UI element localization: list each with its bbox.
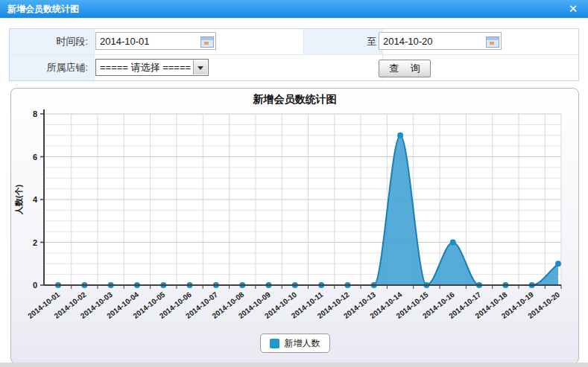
to-label: 至 xyxy=(304,29,382,54)
shop-select-value: ===== 请选择 ===== xyxy=(100,60,191,75)
svg-text:8: 8 xyxy=(33,109,37,118)
query-button[interactable]: 查 询 xyxy=(379,60,431,77)
dialog-header: 新增会员数统计图 ✕ xyxy=(0,0,588,19)
dropdown-arrow-button[interactable] xyxy=(193,60,207,74)
row-divider xyxy=(10,54,578,55)
legend-swatch-icon xyxy=(270,339,279,348)
svg-text:人数(个): 人数(个) xyxy=(14,185,24,216)
chart-svg: 024682014-10-012014-10-022014-10-032014-… xyxy=(11,89,578,345)
calendar-icon[interactable] xyxy=(486,36,499,48)
dialog-title: 新增会员数统计图 xyxy=(7,0,79,18)
column-divider xyxy=(303,29,304,54)
shop-select[interactable]: ===== 请选择 ===== xyxy=(95,59,209,76)
dialog-bottom-edge xyxy=(0,363,588,367)
svg-text:2: 2 xyxy=(33,238,37,247)
chevron-down-icon xyxy=(197,66,203,70)
date-from-input[interactable] xyxy=(95,32,216,50)
column-divider xyxy=(94,29,95,80)
svg-text:0: 0 xyxy=(33,281,37,290)
svg-text:6: 6 xyxy=(33,153,37,162)
legend-label: 新增人数 xyxy=(285,338,320,348)
dialog: { "dialog": { "title": "新增会员数统计图", "clos… xyxy=(0,0,588,367)
svg-text:4: 4 xyxy=(33,195,38,204)
chart-panel: 新增会员数统计图 024682014-10-012014-10-022014-1… xyxy=(10,88,579,364)
calendar-icon[interactable] xyxy=(200,36,214,48)
legend-item[interactable]: 新增人数 xyxy=(260,334,330,353)
close-icon[interactable]: ✕ xyxy=(566,1,580,16)
date-to-input[interactable] xyxy=(379,32,502,50)
period-label: 时间段: xyxy=(10,29,94,54)
shop-label: 所属店铺: xyxy=(10,55,94,80)
